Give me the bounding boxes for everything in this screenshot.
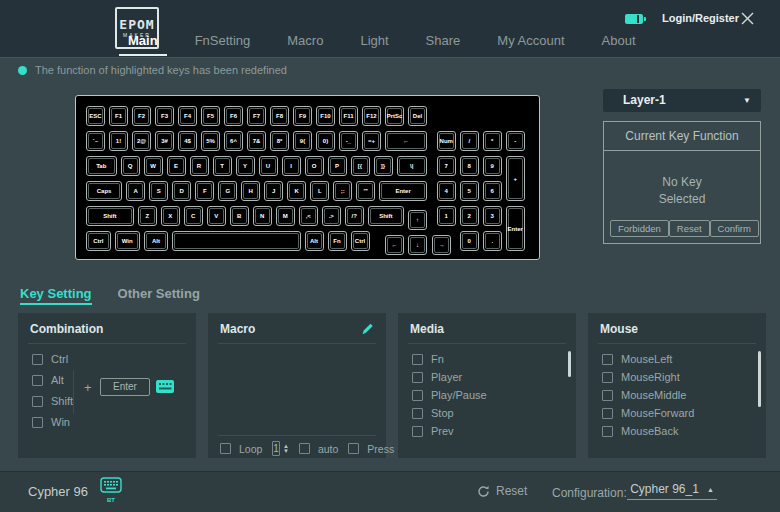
- key-g[interactable]: G: [218, 181, 237, 201]
- checkbox-box[interactable]: [412, 372, 423, 383]
- key-key[interactable]: ↓: [408, 235, 427, 255]
- checkbox-box[interactable]: [412, 390, 423, 401]
- key-w[interactable]: W: [144, 156, 163, 176]
- checkbox-ctrl[interactable]: Ctrl: [32, 353, 73, 365]
- checkbox-mouseright[interactable]: MouseRight: [602, 371, 694, 383]
- checkbox-box[interactable]: [32, 354, 43, 365]
- key-key[interactable]: ,<: [299, 206, 318, 226]
- checkbox-box[interactable]: [412, 426, 423, 437]
- key-8[interactable]: 8*: [270, 131, 289, 151]
- key-key[interactable]: ←: [385, 131, 427, 151]
- nav-tab-my-account[interactable]: My Account: [497, 33, 564, 51]
- checkbox-stop[interactable]: Stop: [412, 407, 487, 419]
- key-p[interactable]: P: [328, 156, 347, 176]
- key-2[interactable]: 2: [460, 206, 479, 226]
- key-z[interactable]: Z: [138, 206, 157, 226]
- key-4[interactable]: 4$: [178, 131, 197, 151]
- checkbox-box[interactable]: [412, 408, 423, 419]
- key-key[interactable]: ↑: [408, 210, 427, 230]
- checkbox-player[interactable]: Player: [412, 371, 487, 383]
- key-f10[interactable]: F10: [316, 106, 335, 126]
- press-checkbox[interactable]: Press: [348, 443, 394, 455]
- checkbox-play-pause[interactable]: Play/Pause: [412, 389, 487, 401]
- key-o[interactable]: O: [305, 156, 324, 176]
- checkbox-prev[interactable]: Prev: [412, 425, 487, 437]
- key-esc[interactable]: ESC: [86, 106, 105, 126]
- key-3[interactable]: 3: [483, 206, 502, 226]
- key-prtsc[interactable]: PrtSc: [385, 106, 404, 126]
- key-caps[interactable]: Caps: [86, 181, 122, 201]
- key-ctrl[interactable]: Ctrl: [86, 231, 111, 251]
- key-i[interactable]: I: [282, 156, 301, 176]
- key-f1[interactable]: F1: [109, 106, 128, 126]
- key-t[interactable]: T: [213, 156, 232, 176]
- key-key[interactable]: [{: [351, 156, 370, 176]
- checkbox-box[interactable]: [602, 390, 613, 401]
- key-7[interactable]: 7: [437, 156, 456, 176]
- tab-key-setting[interactable]: Key Setting: [20, 286, 92, 305]
- checkbox-shift[interactable]: Shift: [32, 395, 73, 407]
- checkbox-box[interactable]: [602, 426, 613, 437]
- key-a[interactable]: A: [126, 181, 145, 201]
- nav-tab-about[interactable]: About: [602, 33, 636, 51]
- key-r[interactable]: R: [190, 156, 209, 176]
- key-key[interactable]: .: [483, 231, 502, 251]
- checkbox-box[interactable]: [602, 408, 613, 419]
- key-8[interactable]: 8: [460, 156, 479, 176]
- key-f3[interactable]: F3: [155, 106, 174, 126]
- key-key[interactable]: *: [483, 131, 502, 151]
- layer-dropdown[interactable]: Layer-1 ▼: [603, 89, 761, 112]
- spinner-down-icon[interactable]: ▼: [283, 449, 289, 454]
- key-h[interactable]: H: [241, 181, 260, 201]
- loop-count-input[interactable]: 1: [272, 441, 280, 456]
- key-f9[interactable]: F9: [293, 106, 312, 126]
- key-f12[interactable]: F12: [362, 106, 381, 126]
- configuration-dropdown[interactable]: Cypher 96_1 ▲: [627, 482, 717, 500]
- checkbox-mousemiddle[interactable]: MouseMiddle: [602, 389, 694, 401]
- key-k[interactable]: K: [287, 181, 306, 201]
- nav-tab-fnsetting[interactable]: FnSetting: [195, 33, 251, 51]
- key-1[interactable]: 1: [437, 206, 456, 226]
- checkbox-box[interactable]: [602, 372, 613, 383]
- checkbox-mouseforward[interactable]: MouseForward: [602, 407, 694, 419]
- checkbox-box[interactable]: [299, 443, 310, 454]
- checkbox-box[interactable]: [348, 443, 359, 454]
- checkbox-mouseleft[interactable]: MouseLeft: [602, 353, 694, 365]
- key-6[interactable]: 6^: [224, 131, 243, 151]
- key-key[interactable]: →: [432, 235, 451, 255]
- key-alt[interactable]: Alt: [305, 231, 324, 251]
- key-x[interactable]: X: [161, 206, 180, 226]
- key-tab[interactable]: Tab: [86, 156, 117, 176]
- key-1[interactable]: 1!: [109, 131, 128, 151]
- key-alt[interactable]: Alt: [144, 231, 169, 251]
- key-9[interactable]: 9: [483, 156, 502, 176]
- bt-keyboard-icon[interactable]: BT: [98, 477, 124, 504]
- key-fn[interactable]: Fn: [328, 231, 347, 251]
- key-m[interactable]: M: [276, 206, 295, 226]
- key-key[interactable]: =+: [362, 131, 381, 151]
- key-4[interactable]: 4: [437, 181, 456, 201]
- forbidden-button[interactable]: Forbidden: [610, 220, 669, 237]
- key-v[interactable]: V: [207, 206, 226, 226]
- scrollbar[interactable]: [758, 351, 761, 407]
- key-key[interactable]: '": [356, 181, 375, 201]
- loop-checkbox[interactable]: Loop: [220, 443, 262, 455]
- key-f6[interactable]: F6: [224, 106, 243, 126]
- checkbox-box[interactable]: [32, 417, 43, 428]
- key-s[interactable]: S: [149, 181, 168, 201]
- key-f8[interactable]: F8: [270, 106, 289, 126]
- keyboard-icon[interactable]: [156, 379, 174, 397]
- key-5[interactable]: 5: [460, 181, 479, 201]
- key-enter[interactable]: Enter: [379, 181, 427, 201]
- key-shift[interactable]: Shift: [86, 206, 134, 226]
- key-f11[interactable]: F11: [339, 106, 358, 126]
- key-y[interactable]: Y: [236, 156, 255, 176]
- checkbox-box[interactable]: [412, 354, 423, 365]
- edit-pencil-icon[interactable]: [360, 322, 374, 340]
- key-d[interactable]: D: [172, 181, 191, 201]
- scrollbar[interactable]: [568, 351, 571, 377]
- key-0[interactable]: 0): [316, 131, 335, 151]
- auto-checkbox[interactable]: auto: [299, 443, 338, 455]
- reset-button[interactable]: Reset: [669, 220, 710, 237]
- key-key[interactable]: .>: [322, 206, 341, 226]
